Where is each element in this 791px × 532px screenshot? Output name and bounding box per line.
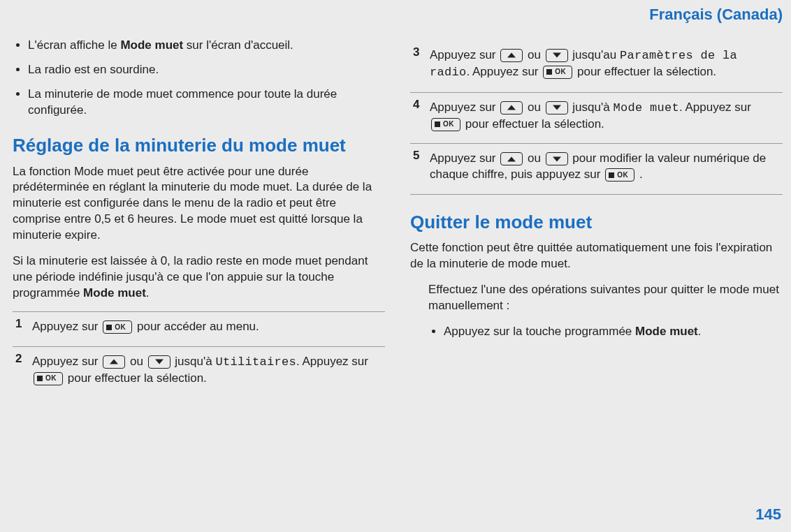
steps-list: 1 Appuyez sur pour accéder au menu. 2 Ap… bbox=[13, 311, 385, 398]
menu-path: Mode muet bbox=[613, 101, 679, 114]
step-number: 2 bbox=[15, 351, 22, 367]
step-1: 1 Appuyez sur pour accéder au menu. bbox=[13, 311, 385, 346]
down-button-icon bbox=[546, 152, 568, 165]
text: pour accéder au menu. bbox=[137, 320, 259, 333]
text: pour effectuer la sélection. bbox=[577, 65, 716, 78]
ok-button-icon bbox=[103, 320, 132, 334]
text: La radio est en sourdine. bbox=[28, 63, 159, 76]
step-2: 2 Appuyez sur ou jusqu'à Utilitaires. Ap… bbox=[13, 346, 385, 398]
list-item: La minuterie de mode muet commence pour … bbox=[28, 87, 385, 119]
paragraph: Si la minuterie est laissée à 0, la radi… bbox=[13, 253, 385, 302]
up-button-icon bbox=[103, 355, 125, 369]
text: Appuyez sur bbox=[32, 320, 101, 333]
page-number: 145 bbox=[755, 504, 781, 525]
list-item: Appuyez sur la touche programmée Mode mu… bbox=[444, 324, 783, 340]
text: jusqu'à bbox=[572, 101, 613, 114]
step-number: 5 bbox=[413, 148, 419, 164]
text: La minuterie de mode muet commence pour … bbox=[28, 87, 337, 117]
text: ou bbox=[528, 152, 544, 165]
step-number: 4 bbox=[413, 97, 419, 113]
exit-options: Appuyez sur la touche programmée Mode mu… bbox=[428, 324, 783, 340]
list-item: L'écran affiche le Mode muet sur l'écran… bbox=[28, 38, 385, 54]
step-5: 5 Appuyez sur ou pour modifier la valeur… bbox=[410, 143, 783, 195]
text: . bbox=[639, 168, 643, 181]
right-column: 3 Appuyez sur ou jusqu'au Paramètres de … bbox=[410, 34, 783, 398]
text-bold: Mode muet bbox=[635, 325, 698, 338]
steps-list-cont: 3 Appuyez sur ou jusqu'au Paramètres de … bbox=[410, 40, 783, 195]
down-button-icon bbox=[546, 49, 568, 62]
step-number: 1 bbox=[15, 316, 22, 332]
left-column: L'écran affiche le Mode muet sur l'écran… bbox=[13, 34, 385, 398]
text-bold: Mode muet bbox=[83, 286, 146, 300]
text: Appuyez sur la touche programmée bbox=[444, 325, 635, 338]
section-heading-timer: Réglage de la minuterie du mode muet bbox=[13, 133, 385, 158]
down-button-icon bbox=[546, 101, 568, 114]
text-bold: Mode muet bbox=[120, 38, 183, 52]
step-3: 3 Appuyez sur ou jusqu'au Paramètres de … bbox=[410, 40, 783, 92]
text: . Appuyez sur bbox=[467, 65, 542, 78]
ok-button-icon bbox=[34, 372, 63, 385]
text: Appuyez sur bbox=[430, 152, 499, 165]
text: sur l'écran d'accueil. bbox=[183, 38, 293, 52]
intro-bullets: L'écran affiche le Mode muet sur l'écran… bbox=[13, 38, 385, 119]
text: . bbox=[146, 286, 150, 300]
text: ou bbox=[528, 48, 544, 61]
section-heading-exit: Quitter le mode muet bbox=[410, 210, 783, 235]
text: pour effectuer la sélection. bbox=[465, 117, 604, 131]
paragraph: Cette fonction peut être quittée automat… bbox=[410, 240, 783, 272]
up-button-icon bbox=[500, 152, 523, 165]
paragraph: La fonction Mode muet peut être activée … bbox=[13, 164, 385, 244]
text: Appuyez sur bbox=[430, 48, 499, 61]
menu-path: Utilitaires bbox=[215, 355, 296, 369]
text: Appuyez sur bbox=[430, 101, 499, 114]
text: Appuyez sur bbox=[32, 355, 101, 368]
text: pour effectuer la sélection. bbox=[68, 371, 207, 385]
text: ou bbox=[528, 101, 544, 114]
text: . bbox=[698, 325, 702, 338]
ok-button-icon bbox=[605, 168, 634, 182]
paragraph: Effectuez l'une des opérations suivantes… bbox=[428, 282, 783, 314]
language-header: Français (Canada) bbox=[0, 0, 791, 25]
text: jusqu'à bbox=[175, 355, 215, 368]
up-button-icon bbox=[500, 101, 523, 114]
manual-exit-block: Effectuez l'une des opérations suivantes… bbox=[410, 282, 783, 340]
text: ou bbox=[130, 355, 147, 368]
list-item: La radio est en sourdine. bbox=[28, 62, 385, 78]
down-button-icon bbox=[148, 355, 170, 369]
up-button-icon bbox=[500, 49, 523, 62]
text: . Appuyez sur bbox=[679, 101, 751, 114]
text: L'écran affiche le bbox=[28, 38, 120, 52]
text: Si la minuterie est laissée à 0, la radi… bbox=[13, 254, 368, 300]
text: . Appuyez sur bbox=[296, 355, 368, 368]
page-body: L'écran affiche le Mode muet sur l'écran… bbox=[0, 25, 791, 404]
ok-button-icon bbox=[431, 118, 460, 131]
step-4: 4 Appuyez sur ou jusqu'à Mode muet. Appu… bbox=[410, 92, 783, 144]
ok-button-icon bbox=[543, 66, 572, 79]
step-number: 3 bbox=[413, 45, 419, 61]
text: jusqu'au bbox=[572, 48, 620, 61]
